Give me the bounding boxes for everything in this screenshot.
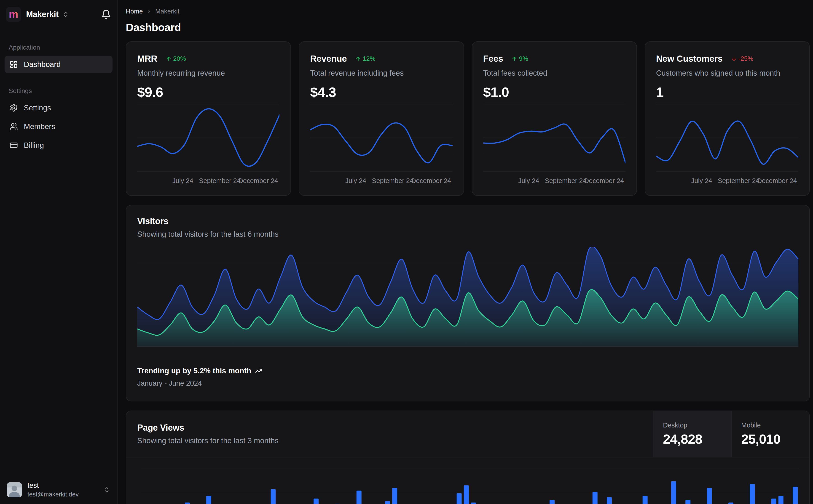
x-tick: September 24 — [718, 177, 760, 185]
sparkline-wrap: July 24 September 24 December 24 — [656, 103, 798, 186]
dashboard-page: m Makerkit Application Dashboa — [0, 0, 813, 504]
dashboard-icon — [10, 60, 18, 69]
settings-icon — [10, 104, 18, 112]
chevrons-up-down-icon — [62, 11, 69, 18]
sparkline-wrap: July 24 September 24 December 24 — [137, 103, 280, 186]
stat-value: $9.6 — [137, 84, 280, 100]
arrow-up-icon — [165, 56, 172, 62]
workspace-name: Makerkit — [26, 10, 58, 19]
desktop-stat-value: 24,828 — [663, 431, 722, 447]
x-tick: July 24 — [345, 177, 366, 185]
billing-icon — [10, 141, 18, 149]
page-views-header: Page Views Showing total visitors for th… — [126, 411, 809, 457]
stat-card-revenue: Revenue 12% Total revenue including fees… — [299, 41, 464, 196]
stat-title: Revenue — [310, 54, 347, 64]
sidebar-item-billing[interactable]: Billing — [5, 137, 112, 154]
arrow-up-icon — [511, 56, 517, 62]
stat-title: MRR — [137, 54, 157, 64]
main-content: Home Makerkit Dashboard MRR 20% Monthly … — [117, 0, 813, 504]
arrow-down-icon — [731, 56, 737, 62]
stat-subtitle: Total revenue including fees — [310, 69, 452, 77]
x-axis-labels: July 24 September 24 December 24 — [656, 177, 798, 186]
sidebar-item-label: Billing — [24, 141, 44, 150]
visitors-trend-line: Trending up by 5.2% this month — [137, 366, 798, 375]
mrr-sparkline-chart — [137, 103, 280, 172]
mobile-stat-toggle[interactable]: Mobile 25,010 — [731, 411, 809, 457]
stat-subtitle: Monthly recurring revenue — [137, 69, 280, 77]
sidebar-header: m Makerkit — [0, 0, 117, 29]
sidebar-item-settings[interactable]: Settings — [5, 99, 112, 117]
brand-logo: m — [6, 7, 21, 22]
nav-section-label: Settings — [5, 87, 112, 95]
members-icon — [10, 122, 18, 131]
stat-card-header: Revenue 12% — [310, 54, 452, 64]
stat-value: $4.3 — [310, 84, 452, 100]
mobile-stat-label: Mobile — [741, 422, 800, 429]
stat-cards-grid: MRR 20% Monthly recurring revenue $9.6 J… — [126, 41, 810, 196]
user-avatar — [7, 482, 22, 497]
sidebar-item-label: Dashboard — [24, 60, 61, 69]
x-tick: September 24 — [545, 177, 586, 185]
sparkline-wrap: July 24 September 24 December 24 — [310, 103, 452, 186]
stat-title: New Customers — [656, 54, 723, 64]
x-axis-labels: July 24 September 24 December 24 — [483, 177, 626, 186]
x-axis-labels: July 24 September 24 December 24 — [310, 177, 452, 186]
x-tick: December 24 — [584, 177, 624, 185]
desktop-stat-label: Desktop — [663, 422, 722, 429]
customers-sparkline-chart — [656, 103, 798, 172]
x-tick: September 24 — [199, 177, 241, 185]
stat-card-fees: Fees 9% Total fees collected $1.0 July 2… — [472, 41, 637, 196]
sidebar-item-members[interactable]: Members — [5, 118, 112, 135]
svg-text:m: m — [9, 8, 18, 20]
sidebar: m Makerkit Application Dashboa — [0, 0, 117, 504]
page-title: Dashboard — [126, 21, 810, 34]
visitors-date-range: January - June 2024 — [137, 379, 798, 387]
x-tick: July 24 — [518, 177, 539, 185]
nav-group-settings: Settings Settings Members — [5, 87, 112, 154]
nav-group-application: Application Dashboard — [5, 44, 112, 73]
stat-card-header: New Customers -25% — [656, 54, 798, 64]
breadcrumb-home-link[interactable]: Home — [126, 8, 143, 15]
breadcrumb-current: Makerkit — [155, 8, 179, 15]
sidebar-item-label: Members — [24, 122, 55, 131]
bell-icon — [101, 9, 111, 19]
desktop-stat-toggle[interactable]: Desktop 24,828 — [653, 411, 731, 457]
breadcrumb: Home Makerkit — [126, 8, 810, 15]
arrow-up-icon — [355, 56, 361, 62]
x-tick: December 24 — [411, 177, 451, 185]
user-email: test@makerkit.dev — [27, 491, 79, 498]
mobile-stat-value: 25,010 — [741, 431, 800, 447]
visitors-area-chart — [137, 247, 798, 347]
user-name: test — [27, 481, 79, 490]
x-tick: July 24 — [172, 177, 193, 185]
chevrons-up-down-icon — [103, 486, 110, 493]
stat-value: $1.0 — [483, 84, 626, 100]
chevron-right-icon — [146, 8, 152, 14]
revenue-sparkline-chart — [310, 103, 452, 172]
fees-sparkline-chart — [483, 103, 626, 172]
stat-card-header: MRR 20% — [137, 54, 280, 64]
x-tick: July 24 — [691, 177, 712, 185]
trend-badge: -25% — [731, 55, 753, 62]
visitors-subtitle: Showing total visitors for the last 6 mo… — [137, 230, 798, 239]
stat-value: 1 — [656, 84, 798, 100]
stat-title: Fees — [483, 54, 503, 64]
stat-card-header: Fees 9% — [483, 54, 626, 64]
page-views-bar-chart — [141, 460, 799, 504]
sidebar-item-dashboard[interactable]: Dashboard — [5, 56, 112, 73]
stat-subtitle: Total fees collected — [483, 69, 626, 77]
page-views-subtitle: Showing total visitors for the last 3 mo… — [137, 436, 642, 445]
stat-subtitle: Customers who signed up this month — [656, 69, 798, 77]
page-views-card: Page Views Showing total visitors for th… — [126, 411, 810, 504]
user-menu[interactable]: test test@makerkit.dev — [0, 475, 117, 504]
stat-card-mrr: MRR 20% Monthly recurring revenue $9.6 J… — [126, 41, 291, 196]
x-axis-labels: July 24 September 24 December 24 — [137, 177, 280, 186]
trending-up-icon — [255, 367, 262, 374]
visitors-trend-text: Trending up by 5.2% this month — [137, 366, 251, 375]
workspace-switcher[interactable]: Makerkit — [26, 10, 69, 19]
visitors-card: Visitors Showing total visitors for the … — [126, 205, 810, 401]
x-tick: December 24 — [757, 177, 797, 185]
stat-card-new-customers: New Customers -25% Customers who signed … — [645, 41, 810, 196]
visitors-title: Visitors — [137, 216, 798, 226]
notifications-button[interactable] — [101, 9, 111, 19]
